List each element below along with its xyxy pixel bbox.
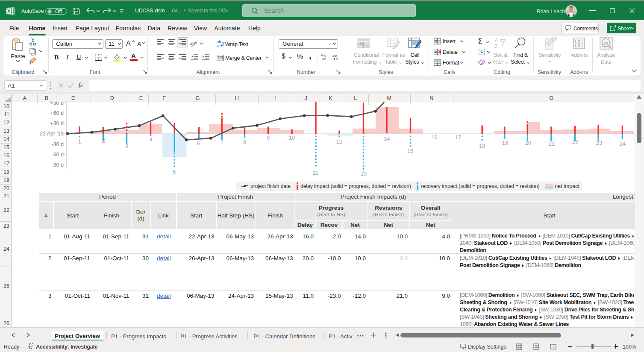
svg-text:19: 19 — [502, 140, 508, 146]
svg-text:17: 17 — [455, 134, 461, 141]
svg-text:23: 23 — [596, 140, 602, 146]
svg-text:21: 21 — [549, 141, 555, 147]
svg-text:20: 20 — [525, 140, 531, 146]
svg-text:c: c — [217, 44, 219, 47]
svg-text:24: 24 — [620, 141, 626, 147]
svg-text:8: 8 — [243, 139, 246, 145]
svg-text:0: 0 — [336, 57, 338, 61]
svg-text:22: 22 — [572, 139, 578, 145]
svg-text:Z: Z — [495, 44, 497, 49]
svg-text:+30 d: +30 d — [50, 120, 64, 126]
svg-text:2: 2 — [102, 138, 105, 144]
svg-text:+90 d: +90 d — [50, 102, 64, 106]
svg-text:1: 1 — [78, 138, 81, 145]
svg-text:project finish date: project finish date — [250, 183, 291, 189]
svg-text:15: 15 — [407, 148, 413, 154]
svg-text:-90 d: -90 d — [52, 162, 64, 168]
svg-text:13: 13 — [361, 170, 367, 177]
svg-text:9: 9 — [267, 135, 270, 141]
svg-text:14: 14 — [384, 135, 390, 142]
svg-text:delay impact (solid = progress: delay impact (solid = progress, dotted =… — [300, 183, 411, 189]
svg-text:net impact: net impact — [555, 183, 579, 189]
svg-text:12: 12 — [336, 138, 342, 145]
svg-text:11: 11 — [313, 170, 319, 176]
svg-text:5: 5 — [173, 169, 176, 175]
svg-text:recovery impact (solid = progr: recovery impact (solid = progress, dotte… — [421, 183, 540, 189]
svg-text:6: 6 — [197, 140, 200, 147]
svg-text:-60 d: -60 d — [52, 152, 64, 158]
svg-text:3: 3 — [125, 143, 128, 150]
svg-text:16: 16 — [431, 134, 437, 141]
svg-text:-30 d: -30 d — [52, 141, 64, 147]
svg-text:22 Apr '13: 22 Apr '13 — [40, 131, 64, 137]
svg-text:X: X — [7, 9, 10, 14]
svg-text:.00: .00 — [321, 57, 326, 61]
svg-text:4: 4 — [149, 136, 152, 143]
svg-text:7: 7 — [221, 139, 223, 146]
svg-text:18: 18 — [479, 143, 485, 149]
svg-text:ab: ab — [190, 41, 195, 46]
svg-text:+60 d: +60 d — [50, 110, 64, 116]
svg-text:A: A — [495, 38, 498, 43]
svg-text:10: 10 — [289, 135, 295, 141]
